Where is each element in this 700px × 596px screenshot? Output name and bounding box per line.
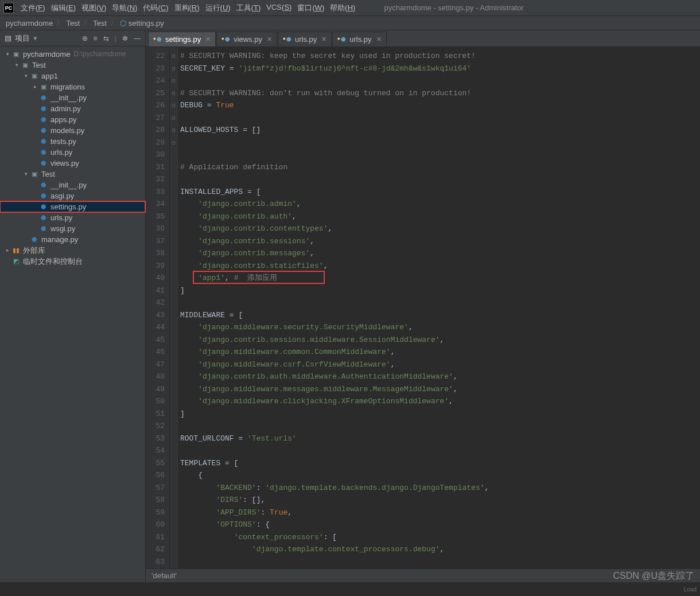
code-line[interactable] [180,173,700,186]
settings-icon[interactable]: ✻ [122,34,128,42]
close-icon[interactable]: ✕ [321,36,326,43]
code-line[interactable]: 'django.contrib.auth.middleware.Authenti… [180,371,700,383]
menu-帮助[interactable]: 帮助(H) [330,3,355,13]
code-line[interactable] [180,75,700,87]
code-line[interactable]: ] [180,285,700,297]
tree-item-models.py[interactable]: ⬣models.py [0,125,145,136]
code-line[interactable]: SECRET_KEY = ')itmf*z)d!fbo$lirtuz)6^nft… [180,63,700,75]
code-line[interactable]: 'django.middleware.messages.middleware.M… [180,383,700,396]
code-line[interactable]: # Application definition [180,161,700,174]
tree-item-app1[interactable]: ▾▣app1 [0,71,145,81]
tree-item-tests.py[interactable]: ⬣tests.py [0,136,145,147]
code-line[interactable]: 'django.contrib.admin', [180,198,700,211]
menu-编辑[interactable]: 编辑(E) [51,3,76,13]
tree-item-wsgi.py[interactable]: ⬣wsgi.py [0,223,145,234]
locate-icon[interactable]: ⊕ [82,34,88,42]
project-panel-title[interactable]: 项目 [15,33,30,44]
tree-item-__init__.py[interactable]: ⬣__init__.py [0,92,145,103]
code-line[interactable]: # SECURITY WARNING: don't run with debug… [180,87,700,100]
menu-运行[interactable]: 运行(U) [205,3,231,13]
code-line[interactable] [180,420,700,433]
code-line[interactable]: 'django.contrib.sessions.middleware.Sess… [180,334,700,346]
tree-item-asgi.py[interactable]: ⬣asgi.py [0,190,145,201]
code-line[interactable]: ] [180,408,700,420]
tree-twisty[interactable]: ▸ [3,245,11,256]
tree-item-migrations[interactable]: ▸▣migrations [0,81,145,92]
tree-item-urls.py[interactable]: ⬣urls.py [0,212,145,223]
editor-tab-settings.py[interactable]: ⬣settings.py✕ [148,32,216,46]
code-line[interactable]: 'context_processors': [ [180,531,700,544]
code-line[interactable]: 'BACKEND': 'django.template.backends.dja… [180,482,700,494]
breadcrumb-item[interactable]: ⬡ settings.py [120,19,164,28]
code-line[interactable]: 'APP_DIRS': True, [180,507,700,519]
code-line[interactable] [180,149,700,161]
menu-VCS[interactable]: VCS(S) [266,3,291,13]
tree-item-views.py[interactable]: ⬣views.py [0,158,145,169]
tree-item-urls.py[interactable]: ⬣urls.py [0,147,145,158]
code-line[interactable] [180,556,700,568]
code-line[interactable] [180,137,700,149]
menu-窗口[interactable]: 窗口(W) [297,3,324,13]
code-line[interactable]: 'django.middleware.common.CommonMiddlewa… [180,346,700,359]
code-line[interactable]: 'django.contrib.sessions', [180,235,700,248]
tree-twisty[interactable]: ▸ [31,81,39,92]
tree-item-Test[interactable]: ▾▣Test [0,169,145,180]
menu-重构[interactable]: 重构(R) [174,3,200,13]
menu-工具[interactable]: 工具(T) [236,3,261,13]
breadcrumb-item[interactable]: pycharmdome [6,19,53,28]
tree-item-pycharmdome[interactable]: ▾▣pycharmdomeD:\pycharmdome [0,49,145,60]
editor-tab-urls.py[interactable]: ⬣urls.py✕ [332,32,386,46]
code-line[interactable]: DEBUG = True [180,99,700,112]
code-line[interactable] [180,297,700,309]
tree-item-临时文件和控制台[interactable]: ◩临时文件和控制台 [0,256,145,267]
fold-gutter[interactable]: ⊟⊟⊟⊟⊟⊟⊟⊟ [170,47,178,568]
code-line[interactable]: ROOT_URLCONF = 'Test.urls' [180,433,700,445]
menu-文件[interactable]: 文件(F) [21,3,45,13]
menu-代码[interactable]: 代码(C) [143,3,168,13]
code-line[interactable]: 'django.contrib.contenttypes', [180,223,700,235]
tree-item-admin.py[interactable]: ⬣admin.py [0,103,145,114]
tree-twisty[interactable]: ▾ [3,49,11,60]
menu-视图[interactable]: 视图(V) [81,3,106,13]
code-line[interactable]: # SECURITY WARNING: keep the secret key … [180,50,700,63]
code-line[interactable] [180,112,700,124]
code-line[interactable]: INSTALLED_APPS = [ [180,186,700,198]
code-line[interactable]: 'DIRS': [], [180,494,700,507]
project-tree[interactable]: ▾▣pycharmdomeD:\pycharmdome▾▣Test▾▣app1▸… [0,46,145,269]
tree-twisty[interactable]: ▾ [13,60,21,71]
close-icon[interactable]: ✕ [267,36,272,43]
close-icon[interactable]: ✕ [205,36,211,43]
tree-item-Test[interactable]: ▾▣Test [0,60,145,71]
code-line[interactable]: 'django.contrib.auth', [180,211,700,223]
tree-item-settings.py[interactable]: ⬣settings.py [0,201,145,212]
menu-导航[interactable]: 导航(N) [112,3,137,13]
code-line[interactable]: 'app1', # 添加应用 [180,272,700,285]
tree-twisty[interactable]: ▾ [22,71,30,81]
close-icon[interactable]: ✕ [376,36,382,43]
editor-tab-views.py[interactable]: ⬣views.py✕ [216,32,277,46]
code-line[interactable]: 'django.middleware.security.SecurityMidd… [180,321,700,334]
code-line[interactable]: 'django.template.context_processors.debu… [180,543,700,556]
code-line[interactable]: MIDDLEWARE = [ [180,309,700,322]
code-line[interactable]: ALLOWED_HOSTS = [] [180,124,700,137]
dropdown-icon[interactable]: ▾ [33,34,37,42]
tree-twisty[interactable]: ▾ [22,169,30,180]
code-line[interactable]: 'django.middleware.csrf.CsrfViewMiddlewa… [180,359,700,371]
tree-item-apps.py[interactable]: ⬣apps.py [0,114,145,125]
code-line[interactable] [180,445,700,457]
code-line[interactable]: { [180,469,700,482]
breadcrumb-item[interactable]: Test [93,19,107,28]
code-line[interactable]: 'django.contrib.staticfiles', [180,260,700,272]
code-line[interactable]: 'OPTIONS': { [180,519,700,531]
editor-tab-urls.py[interactable]: ⬣urls.py✕ [278,32,332,46]
hide-icon[interactable]: — [134,34,141,42]
code-line[interactable]: 'django.contrib.messages', [180,247,700,260]
collapse-icon[interactable]: ≡ [94,34,98,42]
code-line[interactable]: 'django.middleware.clickjacking.XFrameOp… [180,395,700,408]
expand-icon[interactable]: ⇆ [103,34,109,42]
tree-item-__init__.py[interactable]: ⬣__init__.py [0,180,145,190]
breadcrumb-item[interactable]: Test [66,19,80,28]
editor-body[interactable]: 2223242526272829303132333435363738394041… [146,47,700,568]
code-content[interactable]: # SECURITY WARNING: keep the secret key … [178,47,700,568]
code-line[interactable]: TEMPLATES = [ [180,457,700,470]
